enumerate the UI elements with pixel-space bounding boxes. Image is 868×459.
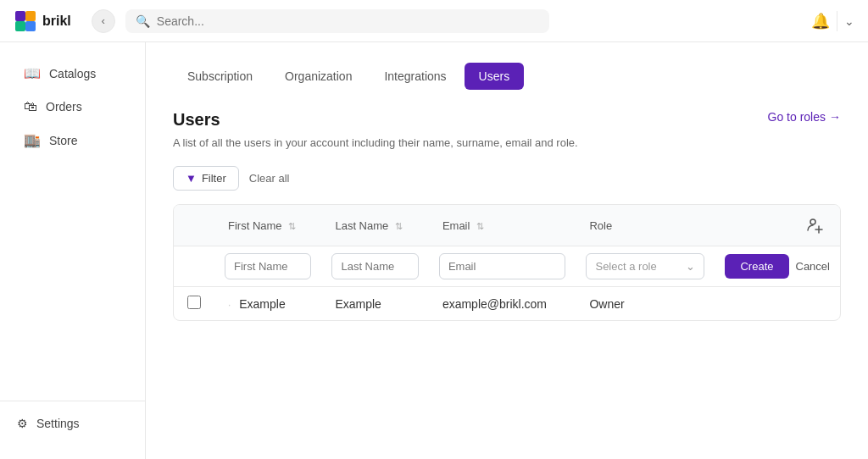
- go-to-roles-link[interactable]: Go to roles →: [768, 110, 841, 124]
- action-buttons: Create Cancel: [725, 254, 830, 279]
- filter-button[interactable]: ▼ Filter: [173, 166, 239, 191]
- tab-subscription[interactable]: Subscription: [173, 63, 267, 90]
- sidebar-item-label-catalogs: Catalogs: [49, 67, 96, 80]
- go-to-roles-label: Go to roles: [768, 110, 826, 124]
- row-checkbox-cell: [174, 287, 214, 321]
- store-icon: 🏬: [24, 132, 41, 148]
- clear-all-button[interactable]: Clear all: [249, 172, 290, 185]
- tabs: Subscription Organization Integrations U…: [173, 63, 841, 90]
- table-header-add-user: [715, 205, 840, 246]
- catalogs-icon: 📖: [24, 65, 41, 81]
- page-description: A list of all the users in your account …: [173, 136, 841, 149]
- add-user-row-checkbox-cell: [174, 246, 214, 287]
- sort-icon-first-name: ⇅: [288, 221, 296, 231]
- sidebar-item-label-store: Store: [49, 134, 77, 147]
- add-user-svg: [806, 217, 823, 234]
- sidebar-item-orders[interactable]: 🛍 Orders: [7, 91, 138, 123]
- tab-organization[interactable]: Organization: [270, 63, 366, 90]
- sidebar-item-label-orders: Orders: [46, 100, 82, 113]
- sort-icon-email: ⇅: [476, 221, 484, 231]
- add-user-first-name-cell: [214, 246, 321, 287]
- table-header-checkbox: [174, 205, 214, 246]
- search-bar[interactable]: 🔍: [125, 9, 549, 33]
- email-input[interactable]: [439, 253, 566, 279]
- row-checkbox[interactable]: [187, 296, 201, 309]
- sidebar-item-store[interactable]: 🏬 Store: [7, 124, 138, 157]
- tab-users[interactable]: Users: [465, 63, 525, 90]
- table-header-role: Role: [576, 205, 715, 246]
- table-body: Select a role ⌄ Create Cancel: [174, 246, 840, 321]
- sidebar: 📖 Catalogs 🛍 Orders 🏬 Store ⚙ Settings: [0, 42, 146, 459]
- first-name-input[interactable]: [225, 253, 311, 279]
- user-menu[interactable]: ⌄: [844, 14, 854, 28]
- create-button[interactable]: Create: [725, 254, 788, 279]
- sidebar-item-label-settings: Settings: [36, 417, 80, 430]
- go-to-roles-arrow: →: [829, 110, 841, 124]
- table-header-last-name: Last Name ⇅: [321, 205, 428, 246]
- sidebar-item-catalogs[interactable]: 📖 Catalogs: [7, 57, 138, 90]
- table-header-first-name: First Name ⇅: [214, 205, 321, 246]
- notifications-button[interactable]: 🔔: [811, 12, 830, 30]
- tab-integrations[interactable]: Integrations: [370, 63, 460, 90]
- svg-rect-1: [25, 11, 36, 21]
- row-last-name: Example: [335, 297, 381, 311]
- settings-icon: ⚙: [17, 417, 28, 430]
- logo-text: brikl: [42, 14, 71, 29]
- search-input[interactable]: [157, 14, 539, 28]
- row-role-cell: Owner: [576, 287, 715, 321]
- role-select-chevron: ⌄: [686, 260, 695, 273]
- orders-icon: 🛍: [24, 99, 37, 114]
- svg-rect-0: [15, 11, 25, 21]
- users-table-container: First Name ⇅ Last Name ⇅ Email ⇅ Role: [173, 204, 841, 321]
- sidebar-bottom: ⚙ Settings: [0, 401, 145, 445]
- add-user-email-cell: [429, 246, 576, 287]
- topbar: brikl ‹ 🔍 🔔 ⌄: [0, 0, 868, 42]
- sidebar-item-settings[interactable]: ⚙ Settings: [7, 408, 138, 439]
- row-first-name: Example: [239, 297, 285, 311]
- row-email: example@brikl.com: [442, 297, 547, 311]
- row-email-cell: example@brikl.com: [429, 287, 576, 321]
- back-button[interactable]: ‹: [92, 9, 115, 33]
- svg-point-4: [810, 219, 815, 224]
- sidebar-nav: 📖 Catalogs 🛍 Orders 🏬 Store: [0, 56, 145, 401]
- add-user-last-name-cell: [321, 246, 428, 287]
- filter-label: Filter: [202, 172, 226, 185]
- topbar-divider: [837, 11, 837, 31]
- search-icon: 🔍: [136, 14, 150, 28]
- role-select[interactable]: Select a role ⌄: [586, 253, 704, 279]
- add-user-icon[interactable]: [803, 213, 826, 237]
- topbar-right: 🔔 ⌄: [811, 11, 854, 31]
- layout: 📖 Catalogs 🛍 Orders 🏬 Store ⚙ Settings S…: [0, 42, 868, 459]
- row-role: Owner: [589, 297, 624, 311]
- table-header: First Name ⇅ Last Name ⇅ Email ⇅ Role: [174, 205, 840, 246]
- sort-icon-last-name: ⇅: [395, 221, 403, 231]
- table-row: · Example Example example@brikl.com Owne…: [174, 287, 840, 321]
- users-table: First Name ⇅ Last Name ⇅ Email ⇅ Role: [174, 205, 840, 320]
- row-last-name-cell: Example: [321, 287, 428, 321]
- main-content: Subscription Organization Integrations U…: [146, 42, 868, 459]
- table-header-email: Email ⇅: [429, 205, 576, 246]
- page-title: Users: [173, 110, 220, 130]
- role-select-placeholder: Select a role: [595, 260, 656, 273]
- last-name-input[interactable]: [331, 253, 418, 279]
- logo: brikl: [14, 9, 71, 33]
- add-user-row: Select a role ⌄ Create Cancel: [174, 246, 840, 287]
- page-header: Users Go to roles →: [173, 110, 841, 130]
- svg-rect-3: [25, 21, 36, 31]
- filter-icon: ▼: [186, 172, 197, 185]
- chevron-down-icon: ⌄: [844, 14, 854, 28]
- add-user-role-cell: Select a role ⌄: [576, 246, 715, 287]
- filter-bar: ▼ Filter Clear all: [173, 166, 841, 191]
- cancel-button[interactable]: Cancel: [796, 260, 830, 273]
- add-user-actions-cell: Create Cancel: [715, 246, 840, 287]
- bell-icon: 🔔: [811, 13, 830, 30]
- row-actions-cell: [715, 287, 840, 321]
- svg-rect-2: [15, 21, 25, 31]
- table-header-row: First Name ⇅ Last Name ⇅ Email ⇅ Role: [174, 205, 840, 246]
- brikl-logo-icon: [14, 9, 37, 33]
- row-first-name-cell: · Example: [214, 287, 321, 321]
- drag-handle: ·: [228, 299, 231, 311]
